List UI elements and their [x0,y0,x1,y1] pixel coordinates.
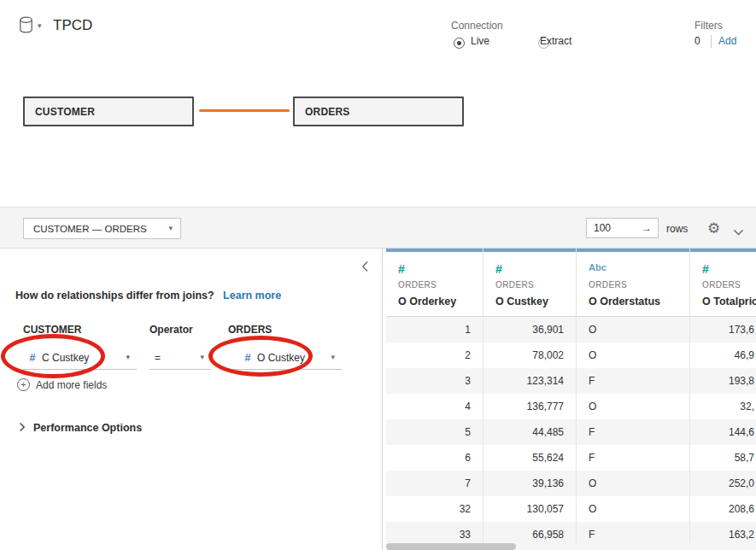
table-cell: 208,6 [690,496,756,522]
table-cell: 1 [386,317,483,342]
grid-collapse-chevron-icon[interactable] [733,225,744,240]
table-cell: 32 [386,496,483,522]
table-cell: 3 [386,368,483,394]
column-header[interactable]: AbcORDERSO Orderstatus [577,249,690,317]
table-cell: O [577,471,690,496]
connection-label: Connection [451,20,503,32]
number-field-icon: # [398,262,483,278]
table-cell: 5 [386,419,483,445]
datasource-title: TPCD [53,17,92,34]
radio-live-label[interactable]: Live [471,35,489,47]
table-row: 4136,777O32, [386,394,756,419]
right-field-dropdown[interactable]: # O Custkey ▾ [228,346,342,370]
right-field-value: O Custkey [257,352,331,364]
table-cell: F [577,368,690,394]
column-field-name: O Orderstatus [589,295,689,307]
grid-header-row: #ORDERSO Orderkey#ORDERSO CustkeyAbcORDE… [386,249,756,317]
grid-body: 136,901O173,6278,002O46,93123,314F193,84… [386,317,756,547]
column-accent-strip [483,249,576,252]
database-caret-icon[interactable]: ▾ [38,22,42,30]
relationship-noodle[interactable] [199,109,290,112]
chevron-down-icon: ▾ [126,354,130,361]
operator-dropdown[interactable]: = ▾ [149,346,211,370]
relationship-selector-value: CUSTOMER — ORDERS [33,224,168,234]
table-row: 739,136O252,0 [386,471,756,496]
column-accent-strip [690,249,756,252]
text-field-icon: Abc [589,262,689,278]
table-cell: O [577,394,690,419]
column-table-name: ORDERS [398,280,483,290]
horizontal-scrollbar-track[interactable] [386,543,756,550]
table-cell: 136,777 [483,394,577,419]
table-row: 655,624F58,7 [386,445,756,471]
column-header[interactable]: #ORDERSO Totalprice [690,249,756,317]
data-preview-grid: #ORDERSO Orderkey#ORDERSO CustkeyAbcORDE… [386,249,756,550]
filters-label: Filters [694,20,723,32]
left-table-column-label: CUSTOMER [23,324,81,336]
radio-live[interactable] [454,38,465,49]
table-row: 544,485F144,6 [386,419,756,445]
performance-options-label: Performance Options [33,422,142,434]
add-more-fields-button[interactable]: + Add more fields [17,378,107,391]
canvas-table-customer[interactable]: CUSTOMER [23,97,194,126]
column-field-name: O Orderkey [398,295,483,307]
operator-value: = [155,352,200,364]
left-field-value: C Custkey [42,352,126,364]
table-cell: O [577,342,690,368]
panel-collapse-chevron-icon[interactable] [361,260,369,276]
number-field-icon: # [702,262,756,278]
right-table-column-label: ORDERS [228,324,272,336]
table-row: 136,901O173,6 [386,317,756,342]
number-field-icon: # [495,262,576,278]
chevron-right-icon [19,420,26,436]
table-cell: 32, [690,394,756,419]
filters-divider [711,35,712,48]
table-cell: 252,0 [690,471,756,496]
column-header[interactable]: #ORDERSO Orderkey [386,249,483,317]
tableau-datasource-page: ▾ TPCD Connection Live Extract Filters 0… [0,0,756,550]
table-cell: 58,7 [690,445,756,471]
table-cell: F [577,419,690,445]
chevron-down-icon: ▾ [200,354,204,361]
rows-label: rows [666,223,688,235]
learn-more-link[interactable]: Learn more [223,290,281,301]
filters-add-link[interactable]: Add [718,35,736,47]
gear-icon[interactable]: ⚙ [707,221,720,236]
table-cell: 4 [386,394,483,419]
table-cell: 6 [386,445,483,471]
table-cell: F [577,445,690,471]
table-cell: O [577,317,690,342]
column-table-name: ORDERS [702,280,756,290]
radio-extract-label[interactable]: Extract [540,35,571,47]
column-accent-strip [577,249,689,252]
apply-row-limit-arrow-icon[interactable]: → [642,222,652,234]
database-icon[interactable] [17,15,35,38]
table-cell: 144,6 [690,419,756,445]
column-table-name: ORDERS [589,280,689,290]
column-table-name: ORDERS [495,280,576,290]
row-limit-value: 100 [594,222,642,234]
relationship-selector-dropdown[interactable]: CUSTOMER — ORDERS ▾ [23,218,181,239]
column-accent-strip [386,249,483,252]
table-cell: 55,624 [483,445,577,471]
horizontal-scrollbar-thumb[interactable] [386,543,516,550]
table-row: 3123,314F193,8 [386,368,756,394]
table-cell: 173,6 [690,317,756,342]
filters-count: 0 [694,35,700,47]
number-field-icon: # [26,352,38,364]
left-field-dropdown[interactable]: # C Custkey ▾ [23,346,137,370]
canvas-table-orders[interactable]: ORDERS [293,97,464,126]
table-cell: 2 [386,342,483,368]
column-field-name: O Custkey [495,295,576,307]
column-field-name: O Totalprice [702,295,756,307]
performance-options-toggle[interactable]: Performance Options [19,419,142,436]
table-row: 32130,057O208,6 [386,496,756,522]
table-cell: 39,136 [483,471,577,496]
table-cell: 36,901 [483,317,577,342]
table-cell: 78,002 [483,342,577,368]
column-header[interactable]: #ORDERSO Custkey [483,249,577,317]
chevron-down-icon: ▾ [168,225,173,232]
table-row: 278,002O46,9 [386,342,756,368]
row-limit-input[interactable]: 100 → [586,218,659,238]
relationships-question-text: How do relationships differ from joins? [15,290,214,301]
